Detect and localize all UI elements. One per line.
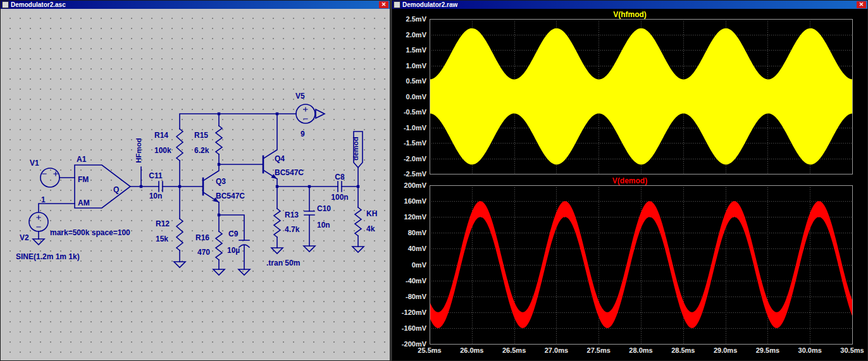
- schematic-text[interactable]: SINE(1.2m 1m 1k): [16, 252, 80, 261]
- schematic-window-title: Demodulator2.asc: [11, 1, 377, 9]
- y-axis-tick: 1.0mV: [392, 62, 426, 70]
- y-axis-tick: 2.0mV: [392, 31, 426, 39]
- schematic-text[interactable]: C10: [317, 204, 331, 213]
- schematic-text[interactable]: FM: [78, 175, 89, 184]
- close-icon[interactable]: ✕: [379, 1, 388, 8]
- waveform-plot-demod[interactable]: [430, 185, 853, 345]
- y-axis-tick: 40mV: [392, 245, 426, 252]
- schematic-text[interactable]: C8: [335, 173, 345, 181]
- schematic-text[interactable]: R14: [154, 131, 168, 140]
- schematic-editor[interactable]: V11A1FMAMQV2SINE(1.2m 1m 1k)mark=500k sp…: [1, 9, 390, 360]
- schematic-text[interactable]: 9: [301, 130, 305, 138]
- y-axis-tick: -160mV: [392, 324, 426, 332]
- y-axis-tick: 2.5mV: [392, 15, 426, 23]
- waveform-plot-hfmod[interactable]: [430, 19, 853, 174]
- output-arrow-icon: [316, 109, 325, 118]
- schematic-text[interactable]: A1: [77, 155, 87, 164]
- x-axis-tick: 29.0ms: [709, 346, 743, 354]
- x-axis-tick: 26.5ms: [497, 346, 531, 354]
- x-axis-tick: 27.5ms: [581, 346, 616, 354]
- schematic-text[interactable]: KH: [366, 209, 377, 218]
- schematic-text[interactable]: .tran 50m: [266, 259, 300, 267]
- schematic-text[interactable]: 100n: [331, 193, 348, 202]
- capacitor-c10[interactable]: [304, 211, 314, 215]
- schematic-text[interactable]: V1: [30, 159, 39, 168]
- schematic-text[interactable]: BC547C: [275, 168, 304, 177]
- y-axis-tick: 0.0mV: [392, 93, 426, 101]
- app-icon: [2, 1, 9, 8]
- trace-label-hfmod[interactable]: V(hfmod): [392, 10, 867, 19]
- schematic-text[interactable]: Q: [113, 185, 119, 194]
- capacitor-c11[interactable]: [159, 181, 163, 192]
- schematic-text[interactable]: 10n: [317, 221, 330, 229]
- schematic-text[interactable]: 100k: [154, 146, 171, 155]
- y-axis-tick: -120mV: [392, 309, 426, 316]
- schematic-text[interactable]: 10n: [149, 192, 163, 200]
- y-axis-tick: 0.5mV: [392, 77, 426, 85]
- resistor-r15[interactable]: [216, 126, 222, 154]
- x-axis-tick: 30.5ms: [835, 346, 868, 354]
- schematic-text[interactable]: R13: [285, 211, 299, 219]
- waveform-window-title: Demodulator2.raw: [402, 1, 855, 9]
- y-axis-tick: -80mV: [392, 293, 426, 300]
- y-axis-tick: -40mV: [392, 277, 426, 285]
- schematic-text[interactable]: HFmod: [135, 138, 142, 163]
- x-axis-tick: 27.0ms: [539, 346, 573, 354]
- x-axis-tick: 25.5ms: [412, 346, 447, 354]
- y-axis-tick: 1.5mV: [392, 46, 426, 54]
- schematic-text[interactable]: Q3: [216, 177, 226, 186]
- schematic-text[interactable]: 4.7k: [285, 225, 300, 234]
- ltspice-desktop: Demodulator2.asc ✕: [0, 0, 868, 361]
- schematic-text[interactable]: R16: [195, 233, 209, 242]
- y-axis-tick: 0mV: [392, 261, 426, 269]
- capacitor-c8[interactable]: [338, 181, 342, 192]
- waveform-viewer[interactable]: V(hfmod) V(demod) 2.5mV2.0mV1.5mV1.0mV0.…: [392, 9, 867, 360]
- schematic-text[interactable]: 6.2k: [194, 146, 209, 155]
- x-axis-tick: 30.0ms: [793, 346, 827, 354]
- y-axis-tick: 200mV: [392, 181, 426, 189]
- close-icon[interactable]: ✕: [857, 1, 866, 8]
- schematic-text[interactable]: C11: [149, 171, 163, 180]
- y-axis-tick: -2.5mV: [392, 170, 426, 178]
- app-icon: [394, 1, 400, 8]
- schematic-text[interactable]: 10µ: [227, 246, 240, 255]
- resistor-kh[interactable]: [355, 207, 361, 236]
- waveform-window: Demodulator2.raw ✕ V(hfmod) V(demod) 2.5…: [392, 0, 868, 361]
- resistor-r12[interactable]: [177, 219, 183, 250]
- resistor-r13[interactable]: [274, 209, 280, 237]
- y-axis-tick: -1.5mV: [392, 139, 426, 147]
- x-axis-tick: 28.5ms: [666, 346, 700, 354]
- schematic-text[interactable]: Q4: [275, 154, 285, 163]
- schematic-text[interactable]: mark=500k space=100: [50, 228, 130, 237]
- schematic-text[interactable]: 1: [41, 195, 46, 204]
- y-axis-tick: 160mV: [392, 197, 426, 205]
- x-axis-tick: 28.0ms: [624, 346, 658, 354]
- x-axis-tick: 26.0ms: [455, 346, 489, 354]
- y-axis-tick: -2.0mV: [392, 155, 426, 162]
- schematic-text[interactable]: V5: [295, 92, 305, 101]
- schematic-text[interactable]: demod: [352, 137, 359, 161]
- resistor-r16[interactable]: [216, 231, 222, 260]
- schematic-titlebar[interactable]: Demodulator2.asc ✕: [1, 1, 390, 9]
- schematic-text[interactable]: R12: [156, 219, 170, 228]
- schematic-text[interactable]: 4k: [366, 224, 375, 233]
- voltage-source-v5[interactable]: [296, 104, 325, 123]
- y-axis-tick: -1.0mV: [392, 124, 426, 132]
- voltage-source-v2[interactable]: [29, 212, 48, 231]
- trace-label-demod[interactable]: V(demod): [392, 176, 867, 185]
- schematic-text[interactable]: 15k: [156, 235, 168, 243]
- y-axis-tick: 80mV: [392, 229, 426, 236]
- y-axis-tick: -0.5mV: [392, 108, 426, 116]
- schematic-text[interactable]: C9: [228, 229, 239, 238]
- schematic-text[interactable]: AM: [78, 199, 90, 207]
- schematic-text[interactable]: R15: [194, 131, 208, 140]
- schematic-text[interactable]: 470: [197, 248, 210, 257]
- voltage-source-v1[interactable]: [40, 168, 59, 187]
- waveform-titlebar[interactable]: Demodulator2.raw ✕: [392, 1, 867, 9]
- schematic-text[interactable]: V2: [20, 233, 29, 242]
- schematic-text[interactable]: BC547C: [216, 192, 245, 200]
- x-axis-tick: 29.5ms: [750, 346, 784, 354]
- resistor-r14[interactable]: [177, 129, 183, 161]
- schematic-window: Demodulator2.asc ✕: [0, 0, 390, 361]
- ground-symbols[interactable]: [33, 239, 364, 275]
